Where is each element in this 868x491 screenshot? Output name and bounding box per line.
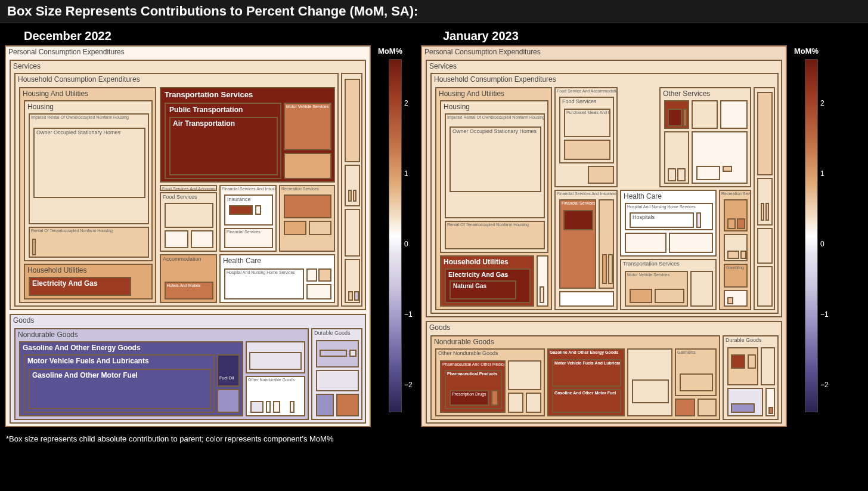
dec-elec-gas-lbl: Electricity And Gas (30, 278, 130, 289)
legend-title-jan: MoM% (790, 45, 832, 59)
jan-garments-lbl: Garments (676, 350, 715, 355)
jan-imputed: Imputed Rental Of Owneroccupied Nonfarm … (445, 113, 545, 218)
jan-strip (754, 87, 775, 310)
dec-food-inner2 (165, 230, 188, 248)
tick-n2-j: −2 (820, 381, 829, 389)
dec-accom-lbl: Accommodation (161, 255, 216, 263)
jan-mv-b (655, 289, 684, 303)
dec-foodsvc: Food Services (160, 192, 217, 252)
dec-tenant-child (32, 239, 36, 255)
dec-ins-inner (229, 205, 253, 215)
jan-nondur-lbl: Nondurable Goods (432, 336, 719, 347)
dec-air-lbl: Air Transportation (170, 118, 277, 129)
date-row: December 2022 January 2023 (0, 23, 868, 45)
jan-strip-b2 (765, 203, 769, 221)
dec-hce-lbl: Household Consumption Expenditures (16, 74, 337, 85)
dec-tenant: Rental Of Tenantoccupied Nonfarm Housing (29, 227, 149, 258)
dec-imputed: Imputed Rental Of Owneroccupied Nonfarm … (29, 113, 149, 224)
dec-os-c (345, 209, 360, 257)
dec-othersvc (341, 73, 362, 307)
dec-os-b (345, 165, 360, 206)
jan-mvfuel-lbl: Motor Vehicle Fuels And Lubricants (553, 360, 620, 366)
jan-hosp-a (696, 212, 701, 228)
dec-services: Services Household Consumption Expenditu… (10, 60, 366, 310)
jan-food-b (564, 140, 610, 160)
jan-hosp-nurse: Hospital And Nursing Home Services Hospi… (625, 203, 713, 230)
dec-os-d (345, 259, 360, 303)
jan-rec-a2 (737, 218, 745, 229)
jan-fin-b1 (602, 254, 607, 284)
jan-dur-a1 (731, 354, 745, 369)
dec-os-d2 (354, 291, 359, 301)
dec-durable-lbl: Durable Goods (312, 329, 361, 336)
dec-nondur-a1 (249, 352, 302, 370)
legend-gradient-jan (805, 59, 818, 412)
dec-insurance-lbl: Insurance (225, 196, 272, 203)
jan-durable: Durable Goods (723, 335, 779, 420)
chart-dec: Personal Consumption Expenditures Servic… (5, 45, 416, 427)
dec-housing-lbl: Housing (25, 101, 151, 112)
jan-nondur-c (627, 348, 672, 416)
dec-root: Personal Consumption Expenditures (6, 47, 370, 57)
dec-trans-other (284, 153, 331, 179)
jan-gasenergy-lbl: Gasoline And Other Energy Goods (548, 350, 624, 355)
jan-othersvc-lbl: Other Services (661, 88, 750, 99)
dec-os-b1 (348, 190, 352, 202)
dec-mvfuel-lbl: Motor Vehicle Fuels And Lubricants (25, 356, 213, 366)
jan-rec-a (724, 199, 748, 231)
jan-strip-d (757, 266, 773, 307)
tick-z: 0 (404, 240, 408, 248)
dec-hh-util: Household Utilities Electricity And Gas (24, 264, 153, 299)
dec-dur-rec-b (349, 350, 356, 357)
jan-mvsvc-lbl: Motor Vehicle Services (626, 272, 687, 277)
jan-rec-d (724, 290, 748, 307)
jan-dur-c (765, 388, 775, 416)
dec-nondur-lbl: Nondurable Goods (16, 329, 308, 340)
jan-imputed-lbl: Imputed Rental Of Owneroccupied Nonfarm … (446, 115, 544, 120)
jan-owner-lbl: Owner Occupied Stationary Homes (451, 128, 540, 135)
page-title: Box Size Represents Contributions to Per… (0, 0, 868, 23)
jan-finins-lbl: Financial Services And Insurance (556, 191, 616, 196)
jan-nondur: Nondurable Goods Other Nondurable Goods … (430, 335, 720, 420)
treemap-jan: Personal Consumption Expenditures Servic… (421, 45, 787, 427)
jan-on-b (508, 360, 541, 390)
date-label-jan: January 2023 (425, 29, 844, 43)
jan-nondur-f (698, 399, 717, 416)
dec-housing-util-lbl: Housing And Utilities (20, 88, 155, 99)
jan-dur-a2 (748, 354, 756, 369)
jan-comm-in2 (683, 109, 687, 126)
dec-accom: Accommodation Hotels And Motels (160, 254, 217, 303)
dec-rec-lbl: Recreation Services (280, 186, 334, 192)
dec-hotels-lbl: Hotels And Motels (166, 283, 212, 288)
dec-energy-other (217, 389, 240, 413)
jan-dur-c1 (768, 407, 773, 414)
jan-gambling: Gambling (724, 264, 748, 288)
jan-health-b (625, 233, 666, 253)
jan-foodsvc-lbl: Food Services (560, 98, 613, 105)
dec-rec-a (284, 194, 331, 218)
charts-container: Personal Consumption Expenditures Servic… (0, 45, 868, 427)
jan-pharma: Pharmaceutical And Other Medical Product… (440, 360, 506, 413)
jan-fin-c (559, 291, 614, 307)
dec-fueloil: Fuel Oil (217, 354, 240, 387)
jan-foodsvc: Food Services Purchased Meals And Bevera… (559, 97, 614, 163)
legend-dec: MoM% 2 1 0 −1 −2 (374, 45, 416, 427)
dec-food-inner3 (191, 230, 213, 248)
dec-dur-d (336, 394, 359, 416)
dec-os-d1 (348, 291, 353, 301)
dec-on-c (273, 401, 280, 413)
jan-finins: Financial Services And Insurance Financi… (554, 190, 618, 310)
dec-health-a (306, 268, 317, 282)
jan-rec-d1 (727, 297, 733, 304)
jan-recsvc: Recreation Services Gambling (719, 190, 751, 310)
jan-gasenergy: Gasoline And Other Energy Goods Motor Ve… (547, 348, 625, 416)
dec-health-b (318, 268, 331, 282)
jan-durable-lbl: Durable Goods (724, 336, 777, 344)
dec-finins-lbl: Financial Services And Insurance (221, 186, 275, 192)
dec-insurance: Insurance (224, 194, 273, 226)
dec-housing-util: Housing And Utilities Housing Imputed Re… (19, 87, 156, 303)
dec-hce: Household Consumption Expenditures Housi… (14, 73, 339, 307)
dec-imputed-lbl: Imputed Rental Of Owneroccupied Nonfarm … (30, 115, 148, 120)
jan-rec-b1 (727, 251, 739, 259)
jan-os-b (692, 100, 718, 129)
